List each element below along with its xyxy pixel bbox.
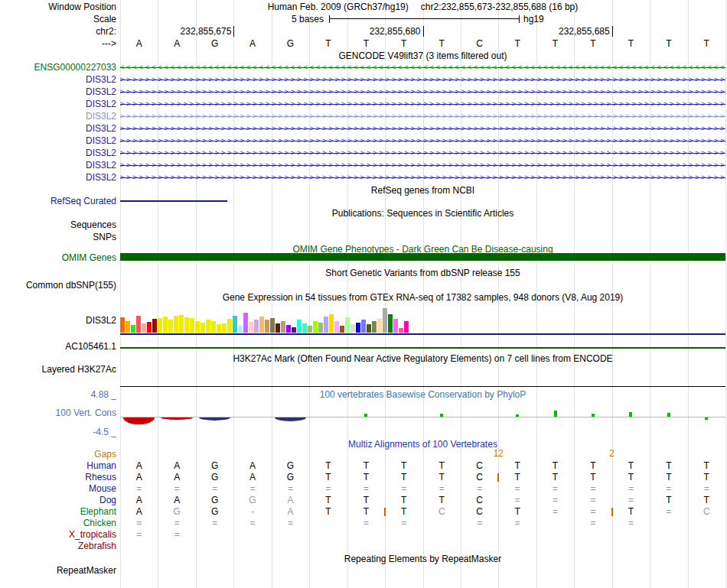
gtex-tissue-bar — [393, 319, 398, 333]
ruler-coordinate: 232,855,680 — [312, 25, 421, 37]
alignment-base: = — [281, 518, 299, 529]
gene-model-row[interactable]: >>>>>>>>>>>>>>>>>>>>>>>>>>>>>>>>>>>>>>>>… — [120, 86, 725, 98]
conservation-label[interactable]: 100 Vert. Cons — [0, 407, 116, 419]
ac105461-label[interactable]: AC105461.1 — [0, 340, 116, 352]
gene-track-label[interactable]: DIS3L2 — [0, 135, 116, 147]
layered-h3k27ac-label[interactable]: Layered H3K27Ac — [0, 363, 116, 375]
gene-model-row[interactable]: >>>>>>>>>>>>>>>>>>>>>>>>>>>>>>>>>>>>>>>>… — [120, 171, 725, 184]
alignment-base: T — [621, 460, 640, 472]
gtex-tissue-bar — [227, 319, 232, 333]
gtex-tissue-bar — [388, 314, 393, 333]
gtex-tissue-bar — [206, 320, 210, 333]
ruler-tick — [423, 26, 424, 37]
alignment-base: = — [697, 483, 716, 495]
alignment-base: = — [130, 483, 148, 495]
gene-track-label[interactable]: DIS3L2 — [0, 86, 116, 98]
gene-track-label[interactable]: DIS3L2 — [0, 147, 116, 159]
gencode-track-title[interactable]: GENCODE V49lift37 (3 items filtered out) — [120, 50, 725, 62]
gene-model-row[interactable]: >>>>>>>>>>>>>>>>>>>>>>>>>>>>>>>>>>>>>>>>… — [120, 122, 725, 135]
dbsnp-track-title[interactable]: Short Genetic Variants from dbSNP releas… — [120, 267, 725, 279]
position-title: Human Feb. 2009 (GRCh37/hg19)chr2:232,85… — [120, 1, 725, 13]
gene-track-label[interactable]: DIS3L2 — [0, 122, 116, 135]
gtex-tissue-bar — [142, 323, 146, 333]
gene-track-label[interactable]: DIS3L2 — [0, 73, 116, 86]
gtex-tissue-bar — [318, 323, 323, 333]
alignment-base: T — [697, 472, 716, 483]
gtex-expression-plot[interactable] — [120, 306, 725, 333]
sequences-label[interactable]: Sequences — [0, 219, 116, 231]
gene-model-row[interactable]: >>>>>>>>>>>>>>>>>>>>>>>>>>>>>>>>>>>>>>>>… — [120, 98, 725, 110]
alignment-base: = — [471, 518, 489, 529]
repeatmasker-label[interactable]: RepeatMasker — [0, 564, 116, 577]
alignment-base: - — [243, 506, 262, 518]
refseq-curated-label[interactable]: RefSeq Curated — [0, 195, 116, 207]
gtex-gene-model-line[interactable] — [120, 333, 725, 335]
gene-model-row[interactable]: <<<<<<<<<<<<<<<<<<<<<<<<<<<<<<<<<<<<<<<<… — [120, 61, 725, 73]
alignment-base: G — [243, 495, 262, 506]
gene-track-label[interactable]: ENSG00000227033 — [0, 61, 116, 73]
gtex-tissue-bar — [200, 323, 205, 333]
refseq-track-title[interactable]: RefSeq genes from NCBI — [120, 184, 725, 197]
species-label-dog[interactable]: Dog — [0, 495, 116, 506]
gene-model-row[interactable]: >>>>>>>>>>>>>>>>>>>>>>>>>>>>>>>>>>>>>>>>… — [120, 147, 725, 159]
snps-label[interactable]: SNPs — [0, 231, 116, 243]
publications-track-title[interactable]: Publications: Sequences in Scientific Ar… — [120, 207, 725, 219]
alignment-gap-size: 12 — [489, 448, 507, 460]
conservation-track-title[interactable]: 100 vertebrates Basewise Conservation by… — [120, 388, 725, 401]
alignment-base: C — [471, 460, 489, 472]
ruler-tick — [612, 26, 613, 37]
gtex-tissue-bar — [372, 321, 377, 333]
conservation-positive-bar — [592, 414, 595, 417]
sequence-base: T — [661, 37, 676, 50]
species-label-mouse[interactable]: Mouse — [0, 483, 116, 495]
alignment-base: = — [357, 518, 375, 529]
ruler-coordinate: 232,855,685 — [501, 25, 610, 37]
alignment-base: T — [697, 495, 716, 506]
sequence-base: G — [282, 37, 298, 50]
ruler-coordinate: 232,855,675 — [122, 25, 231, 37]
gtex-track-title[interactable]: Gene Expression in 54 tissues from GTEx … — [120, 291, 725, 304]
omim-gene-item[interactable] — [120, 253, 725, 261]
conservation-positive-bar — [440, 414, 443, 417]
alignment-insert-tick — [497, 473, 499, 482]
gene-model-row[interactable]: >>>>>>>>>>>>>>>>>>>>>>>>>>>>>>>>>>>>>>>>… — [120, 159, 725, 171]
conservation-positive-bar — [667, 413, 670, 417]
gtex-tissue-bar — [329, 314, 334, 333]
gene-track-label[interactable]: DIS3L2 — [0, 171, 116, 184]
gene-track-label[interactable]: DIS3L2 — [0, 110, 116, 122]
species-label-rhesus[interactable]: Rhesus — [0, 472, 116, 483]
ac105461-item[interactable] — [120, 347, 725, 349]
species-label-human[interactable]: Human — [0, 460, 116, 472]
species-label-x_tropicalis[interactable]: X_tropicalis — [0, 529, 116, 541]
gtex-gene-label[interactable]: DIS3L2 — [0, 314, 116, 326]
alignment-base: = — [395, 518, 413, 529]
gtex-tissue-bar — [217, 324, 221, 333]
alignment-base: = — [432, 483, 451, 495]
species-label-elephant[interactable]: Elephant — [0, 506, 116, 518]
alignment-base: A — [243, 472, 262, 483]
omim-genes-label[interactable]: OMIM Genes — [0, 252, 116, 264]
refseq-curated-item[interactable] — [120, 200, 227, 202]
alignment-base: = — [206, 518, 224, 529]
alignment-base: = — [130, 529, 148, 541]
sequence-base: T — [321, 37, 336, 50]
gene-track-label[interactable]: DIS3L2 — [0, 98, 116, 110]
right-strand-chevrons: >>>>>>>>>>>>>>>>>>>>>>>>>>>>>>>>>>>>>>>>… — [120, 171, 725, 184]
multiz-track-title[interactable]: Multiz Alignments of 100 Vertebrates — [120, 438, 725, 450]
alignment-base: T — [319, 460, 337, 472]
repeatmasker-track-title[interactable]: Repeating Elements by RepeatMasker — [120, 553, 725, 565]
alignment-base: T — [546, 460, 565, 472]
alignment-base: A — [130, 495, 148, 506]
gene-track-label[interactable]: DIS3L2 — [0, 159, 116, 171]
gtex-tissue-bar — [345, 317, 350, 333]
gene-model-row[interactable]: >>>>>>>>>>>>>>>>>>>>>>>>>>>>>>>>>>>>>>>>… — [120, 73, 725, 86]
species-label-zebrafish[interactable]: Zebrafish — [0, 541, 116, 552]
gtex-tissue-bar — [158, 318, 162, 333]
gene-model-row[interactable]: >>>>>>>>>>>>>>>>>>>>>>>>>>>>>>>>>>>>>>>>… — [120, 110, 725, 122]
conservation-negative-dip — [275, 417, 306, 421]
species-label-chicken[interactable]: Chicken — [0, 518, 116, 529]
h3k27ac-track-title[interactable]: H3K27Ac Mark (Often Found Near Active Re… — [120, 352, 725, 365]
dbsnp-label[interactable]: Common dbSNP(155) — [0, 279, 116, 291]
gtex-tissue-bar — [131, 325, 135, 333]
gene-model-row[interactable]: >>>>>>>>>>>>>>>>>>>>>>>>>>>>>>>>>>>>>>>>… — [120, 135, 725, 147]
